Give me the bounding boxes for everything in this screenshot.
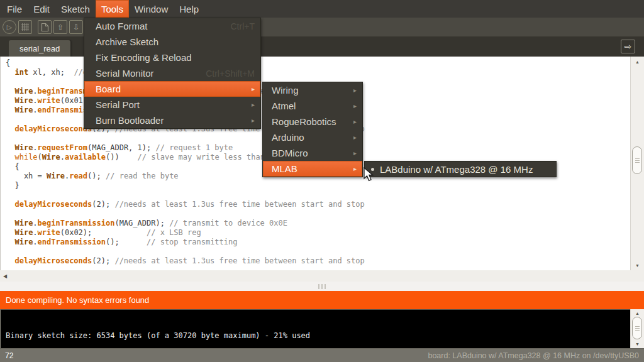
serial-monitor-button[interactable]: ⇨ bbox=[621, 40, 635, 53]
editor-scrollbar-thumb[interactable] bbox=[632, 146, 642, 174]
console-panel: Binary sketch size: 6534 bytes (of a 307… bbox=[0, 309, 644, 348]
menu-item-serial-port[interactable]: Serial Port▸ bbox=[84, 97, 260, 112]
horizontal-scrollbar[interactable]: ◀ bbox=[0, 270, 644, 282]
tab-label: serial_read bbox=[19, 44, 60, 53]
code-line: } bbox=[6, 181, 630, 190]
open-button[interactable]: ⇧ bbox=[53, 20, 67, 34]
menu-item-archive-sketch[interactable]: Archive Sketch bbox=[84, 34, 260, 50]
menu-item-wiring[interactable]: Wiring▸ bbox=[263, 82, 362, 98]
console-text: Binary sketch size: 6534 bytes (of a 307… bbox=[6, 331, 310, 340]
menu-shortcut: Ctrl+T bbox=[231, 21, 255, 31]
menubar-item-tools[interactable]: Tools bbox=[96, 0, 129, 18]
menu-item-roguerobotics[interactable]: RogueRobotics▸ bbox=[263, 114, 362, 129]
menu-item-label: MLAB bbox=[272, 163, 348, 174]
code-line: delayMicroseconds(2); //needs at least 1… bbox=[6, 256, 630, 266]
code-line: Wire.endTransmission(); // stop transmit… bbox=[6, 238, 630, 247]
mouse-cursor-icon bbox=[364, 167, 375, 185]
mlab-submenu: LABduino w/ ATmega328 @ 16 MHz bbox=[364, 161, 557, 177]
menu-item-auto-format[interactable]: Auto FormatCtrl+T bbox=[84, 18, 260, 34]
menu-item-label: Archive Sketch bbox=[96, 36, 255, 47]
new-sketch-button[interactable] bbox=[38, 20, 52, 34]
menu-item-label: Atmel bbox=[272, 101, 348, 111]
menubar-item-file[interactable]: File bbox=[1, 0, 28, 18]
tools-menu: Auto FormatCtrl+TArchive SketchFix Encod… bbox=[84, 18, 261, 129]
scrollbar-grip-icon bbox=[635, 160, 640, 161]
console-scrollbar-thumb[interactable] bbox=[632, 317, 642, 339]
new-sketch-icon bbox=[41, 23, 49, 32]
stop-button[interactable] bbox=[18, 20, 32, 34]
console-output: Binary sketch size: 6534 bytes (of a 307… bbox=[0, 309, 630, 348]
menubar: FileEditSketchToolsWindowHelp bbox=[0, 0, 644, 18]
menubar-item-sketch[interactable]: Sketch bbox=[55, 0, 96, 18]
submenu-arrow-icon: ▸ bbox=[252, 85, 255, 92]
panel-splitter[interactable] bbox=[0, 282, 644, 291]
status-footer: 72 board: LABduino w/ ATmega328 @ 16 MHz… bbox=[0, 348, 644, 362]
code-line bbox=[6, 247, 630, 256]
menu-item-serial-monitor[interactable]: Serial MonitorCtrl+Shift+M bbox=[84, 65, 260, 81]
scroll-left-icon[interactable]: ◀ bbox=[3, 273, 7, 279]
console-scroll-down-icon[interactable]: ▼ bbox=[631, 342, 644, 346]
menubar-item-help[interactable]: Help bbox=[174, 0, 204, 18]
submenu-arrow-icon: ▸ bbox=[353, 150, 357, 156]
menu-item-label: Burn Bootloader bbox=[96, 115, 247, 126]
save-button[interactable]: ⇩ bbox=[69, 20, 83, 34]
submenu-arrow-icon: ▸ bbox=[353, 87, 357, 94]
menu-item-label: RogueRobotics bbox=[272, 116, 348, 127]
menu-item-mlab[interactable]: MLAB▸ bbox=[263, 161, 362, 177]
menu-item-atmel[interactable]: Atmel▸ bbox=[263, 98, 362, 114]
scroll-down-icon[interactable]: ▼ bbox=[631, 263, 644, 268]
save-icon: ⇩ bbox=[73, 23, 80, 32]
menu-item-label: Fix Encoding & Reload bbox=[96, 52, 255, 63]
scrollbar-grip-icon bbox=[635, 328, 640, 329]
verify-button[interactable]: ▷ bbox=[3, 20, 16, 34]
menu-item-label: Serial Monitor bbox=[96, 68, 196, 79]
submenu-arrow-icon: ▸ bbox=[353, 134, 357, 141]
submenu-arrow-icon: ▸ bbox=[252, 117, 255, 124]
console-scrollbar[interactable]: ▲ ▼ bbox=[630, 309, 644, 348]
submenu-arrow-icon: ▸ bbox=[353, 102, 357, 109]
board-info: board: LABduino w/ ATmega328 @ 16 MHz on… bbox=[428, 351, 639, 360]
editor-scrollbar[interactable]: ▲ ▼ bbox=[630, 57, 644, 270]
compile-status-message: Done compiling. No syntax errors found bbox=[6, 295, 149, 305]
verify-icon: ▷ bbox=[7, 23, 12, 31]
menubar-item-edit[interactable]: Edit bbox=[28, 0, 55, 18]
menu-item-label: Auto Format bbox=[96, 21, 221, 31]
open-icon: ⇧ bbox=[57, 23, 64, 32]
submenu-arrow-icon: ▸ bbox=[353, 165, 357, 172]
line-number: 72 bbox=[5, 351, 13, 360]
menu-item-label: Serial Port bbox=[96, 99, 247, 110]
code-line: delayMicroseconds(2); //needs at least 1… bbox=[6, 200, 630, 209]
code-line: Wire.write(0x02); // x LSB reg bbox=[6, 228, 630, 238]
code-line: Wire.beginTransmission(MAG_ADDR); // tra… bbox=[6, 219, 630, 228]
menu-item-label: LABduino w/ ATmega328 @ 16 MHz bbox=[380, 164, 550, 175]
compile-status-bar: Done compiling. No syntax errors found bbox=[0, 291, 644, 309]
arduino-ide-window: FileEditSketchToolsWindowHelp ▷⇧⇩ serial… bbox=[0, 0, 644, 362]
submenu-arrow-icon: ▸ bbox=[353, 118, 357, 125]
code-line bbox=[6, 209, 630, 219]
board-submenu: Wiring▸Atmel▸RogueRobotics▸Arduino▸BDMic… bbox=[262, 82, 363, 177]
menu-item-label: BDMicro bbox=[272, 148, 348, 158]
code-line bbox=[6, 190, 630, 200]
splitter-grip-icon bbox=[321, 284, 323, 289]
menu-item-label: Board bbox=[96, 84, 247, 94]
menu-item-labduino-w-atmega328-16-mhz[interactable]: LABduino w/ ATmega328 @ 16 MHz bbox=[365, 162, 556, 177]
submenu-arrow-icon: ▸ bbox=[252, 101, 255, 108]
console-scroll-up-icon[interactable]: ▲ bbox=[631, 311, 644, 315]
stop-icon bbox=[21, 23, 29, 31]
menubar-item-window[interactable]: Window bbox=[129, 0, 174, 18]
menu-item-label: Wiring bbox=[272, 85, 348, 96]
menu-item-label: Arduino bbox=[272, 132, 348, 143]
menu-item-board[interactable]: Board▸ bbox=[84, 81, 260, 97]
menu-item-fix-encoding-reload[interactable]: Fix Encoding & Reload bbox=[84, 50, 260, 65]
menu-shortcut: Ctrl+Shift+M bbox=[206, 69, 255, 79]
serial-monitor-icon: ⇨ bbox=[625, 41, 632, 52]
menu-item-bdmicro[interactable]: BDMicro▸ bbox=[263, 145, 362, 161]
menu-item-arduino[interactable]: Arduino▸ bbox=[263, 129, 362, 145]
tab-serial-read[interactable]: serial_read bbox=[9, 40, 70, 57]
scroll-up-icon[interactable]: ▲ bbox=[631, 60, 644, 64]
menu-item-burn-bootloader[interactable]: Burn Bootloader▸ bbox=[84, 112, 260, 128]
